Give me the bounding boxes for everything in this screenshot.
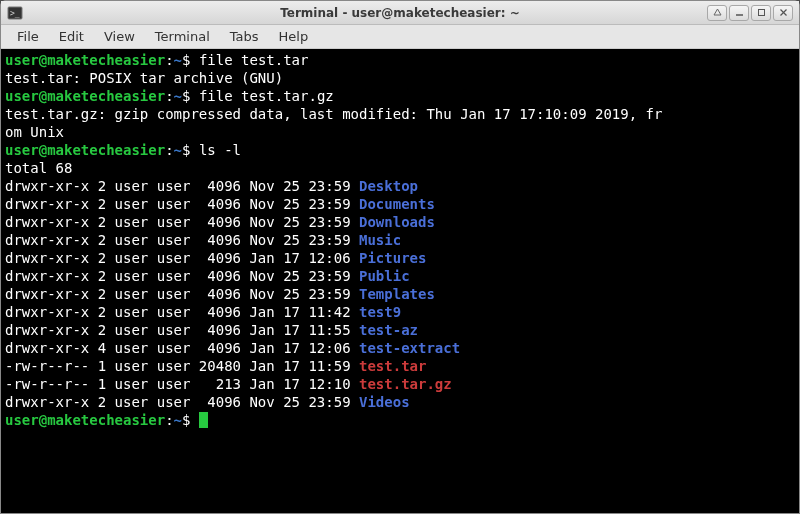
- ls-meta: drwxr-xr-x 2 user user 4096 Jan 17 11:55: [5, 322, 359, 338]
- prompt-path: ~: [174, 52, 182, 68]
- ls-row: drwxr-xr-x 2 user user 4096 Nov 25 23:59…: [5, 267, 795, 285]
- ls-meta: drwxr-xr-x 2 user user 4096 Jan 17 11:42: [5, 304, 359, 320]
- ls-row: drwxr-xr-x 2 user user 4096 Nov 25 23:59…: [5, 195, 795, 213]
- prompt-symbol: $: [182, 88, 199, 104]
- ls-filename: test-extract: [359, 340, 460, 356]
- ls-row: drwxr-xr-x 2 user user 4096 Nov 25 23:59…: [5, 213, 795, 231]
- prompt-path: ~: [174, 88, 182, 104]
- ls-meta: drwxr-xr-x 2 user user 4096 Nov 25 23:59: [5, 196, 359, 212]
- titlebar: >_ Terminal - user@maketecheasier: ~: [1, 1, 799, 25]
- ls-row: drwxr-xr-x 2 user user 4096 Jan 17 12:06…: [5, 249, 795, 267]
- ls-filename: test.tar.gz: [359, 376, 452, 392]
- terminal-viewport[interactable]: user@maketecheasier:~$ file test.tartest…: [1, 49, 799, 513]
- menu-edit[interactable]: Edit: [49, 27, 94, 46]
- ls-meta: drwxr-xr-x 2 user user 4096 Nov 25 23:59: [5, 268, 359, 284]
- window-title: Terminal - user@maketecheasier: ~: [1, 6, 799, 20]
- prompt-user-host: user@maketecheasier: [5, 142, 165, 158]
- prompt-user-host: user@maketecheasier: [5, 412, 165, 428]
- ls-meta: drwxr-xr-x 2 user user 4096 Nov 25 23:59: [5, 394, 359, 410]
- ls-meta: drwxr-xr-x 2 user user 4096 Nov 25 23:59: [5, 232, 359, 248]
- ls-filename: test-az: [359, 322, 418, 338]
- prompt-symbol: $: [182, 52, 199, 68]
- ls-filename: Pictures: [359, 250, 426, 266]
- menu-file[interactable]: File: [7, 27, 49, 46]
- ls-filename: test9: [359, 304, 401, 320]
- prompt-user-host: user@maketecheasier: [5, 52, 165, 68]
- ls-meta: drwxr-xr-x 2 user user 4096 Nov 25 23:59: [5, 178, 359, 194]
- ls-meta: drwxr-xr-x 2 user user 4096 Nov 25 23:59: [5, 214, 359, 230]
- ls-meta: drwxr-xr-x 2 user user 4096 Jan 17 12:06: [5, 250, 359, 266]
- ls-row: drwxr-xr-x 2 user user 4096 Nov 25 23:59…: [5, 177, 795, 195]
- command-input: file test.tar.gz: [199, 88, 334, 104]
- ls-filename: test.tar: [359, 358, 426, 374]
- ls-filename: Music: [359, 232, 401, 248]
- output-line: test.tar: POSIX tar archive (GNU): [5, 70, 283, 86]
- prompt-path: ~: [174, 142, 182, 158]
- close-button[interactable]: [773, 5, 793, 21]
- output-line: total 68: [5, 160, 72, 176]
- prompt-path: ~: [174, 412, 182, 428]
- ls-filename: Downloads: [359, 214, 435, 230]
- ls-filename: Videos: [359, 394, 410, 410]
- prompt-separator: :: [165, 142, 173, 158]
- ls-row: -rw-r--r-- 1 user user 20480 Jan 17 11:5…: [5, 357, 795, 375]
- command-input: ls -l: [199, 142, 241, 158]
- menu-tabs[interactable]: Tabs: [220, 27, 269, 46]
- prompt-user-host: user@maketecheasier: [5, 88, 165, 104]
- output-line: test.tar.gz: gzip compressed data, last …: [5, 106, 662, 122]
- ls-row: drwxr-xr-x 2 user user 4096 Jan 17 11:42…: [5, 303, 795, 321]
- prompt-separator: :: [165, 52, 173, 68]
- svg-rect-4: [758, 10, 764, 16]
- ls-row: drwxr-xr-x 2 user user 4096 Nov 25 23:59…: [5, 231, 795, 249]
- ls-row: drwxr-xr-x 4 user user 4096 Jan 17 12:06…: [5, 339, 795, 357]
- ls-meta: drwxr-xr-x 4 user user 4096 Jan 17 12:06: [5, 340, 359, 356]
- ls-filename: Public: [359, 268, 410, 284]
- command-input: file test.tar: [199, 52, 309, 68]
- ls-meta: -rw-r--r-- 1 user user 213 Jan 17 12:10: [5, 376, 359, 392]
- menu-help[interactable]: Help: [269, 27, 319, 46]
- prompt-separator: :: [165, 88, 173, 104]
- ls-row: -rw-r--r-- 1 user user 213 Jan 17 12:10 …: [5, 375, 795, 393]
- prompt-symbol: $: [182, 412, 199, 428]
- window-sticky-button[interactable]: [707, 5, 727, 21]
- minimize-button[interactable]: [729, 5, 749, 21]
- prompt-symbol: $: [182, 142, 199, 158]
- cursor: [199, 412, 208, 428]
- ls-filename: Desktop: [359, 178, 418, 194]
- terminal-icon: >_: [7, 5, 23, 21]
- svg-marker-2: [714, 9, 721, 15]
- ls-filename: Templates: [359, 286, 435, 302]
- ls-row: drwxr-xr-x 2 user user 4096 Nov 25 23:59…: [5, 393, 795, 411]
- output-line: om Unix: [5, 124, 64, 140]
- ls-row: drwxr-xr-x 2 user user 4096 Nov 25 23:59…: [5, 285, 795, 303]
- menu-view[interactable]: View: [94, 27, 145, 46]
- app-window: >_ Terminal - user@maketecheasier: ~ Fil…: [0, 0, 800, 514]
- ls-filename: Documents: [359, 196, 435, 212]
- window-controls: [707, 5, 793, 21]
- ls-meta: drwxr-xr-x 2 user user 4096 Nov 25 23:59: [5, 286, 359, 302]
- ls-meta: -rw-r--r-- 1 user user 20480 Jan 17 11:5…: [5, 358, 359, 374]
- maximize-button[interactable]: [751, 5, 771, 21]
- svg-text:>_: >_: [10, 9, 20, 18]
- prompt-separator: :: [165, 412, 173, 428]
- ls-row: drwxr-xr-x 2 user user 4096 Jan 17 11:55…: [5, 321, 795, 339]
- menu-terminal[interactable]: Terminal: [145, 27, 220, 46]
- menubar: File Edit View Terminal Tabs Help: [1, 25, 799, 49]
